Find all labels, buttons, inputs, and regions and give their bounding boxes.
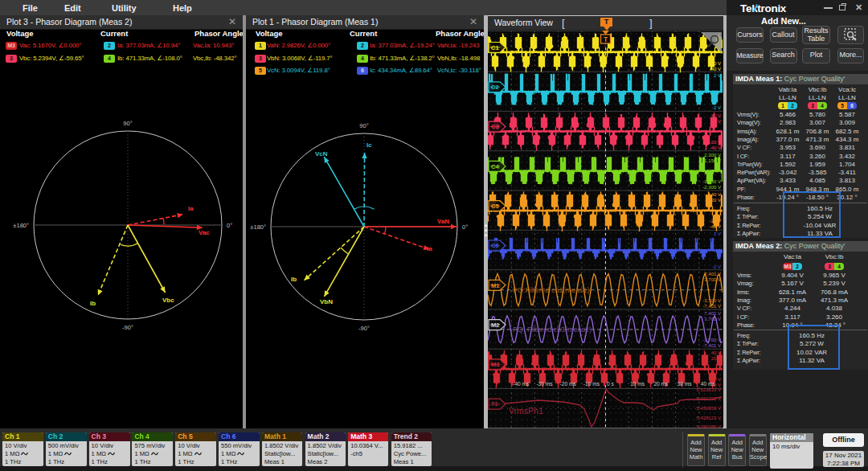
svg-text:-3,700 V: -3,700 V — [702, 298, 721, 303]
svg-text:10 ms: 10 ms — [630, 381, 645, 387]
svg-text:Ia: Ia — [427, 245, 432, 252]
svg-text:Ia: Ia — [188, 205, 194, 212]
svg-text:VcN: VcN — [315, 150, 328, 158]
svg-text:VaN: VaN — [437, 218, 449, 225]
svg-text:20 V: 20 V — [711, 198, 721, 203]
svg-text:5.459959 V: 5.459959 V — [696, 406, 721, 411]
svg-text:-40 V: -40 V — [710, 145, 721, 150]
svg-text:T: T — [604, 35, 608, 43]
svg-text:-40 V: -40 V — [710, 224, 721, 229]
svg-text:Vac: Vac — [199, 229, 210, 236]
svg-text:1,150 V: 1,150 V — [704, 158, 721, 163]
svg-text:-90°: -90° — [358, 325, 370, 332]
svg-text:-2 V: -2 V — [712, 105, 721, 110]
svg-text:3,700 V: 3,700 V — [704, 317, 721, 322]
svg-text:VrmsPh1: VrmsPh1 — [509, 406, 543, 416]
svg-text:-90°: -90° — [122, 324, 133, 331]
svg-text:40 ms: 40 ms — [701, 381, 716, 387]
svg-text:-7,401 V: -7,401 V — [702, 343, 721, 348]
svg-text:-20 ms: -20 ms — [560, 381, 577, 387]
svg-text:5.428123 V: 5.428123 V — [696, 416, 721, 420]
svg-text:7,401 V: 7,401 V — [704, 311, 721, 316]
svg-text:0°: 0° — [462, 223, 468, 231]
svg-text:20 V: 20 V — [711, 356, 721, 361]
svg-text:-1,150 V: -1,150 V — [702, 179, 721, 184]
svg-text:-40 V: -40 V — [710, 67, 721, 72]
svg-text:90°: 90° — [359, 122, 368, 129]
svg-text:Ib: Ib — [291, 276, 297, 283]
svg-text:VbN: VbN — [320, 298, 333, 305]
svg-text:30 ms: 30 ms — [678, 381, 693, 387]
svg-text:±180°: ±180° — [250, 223, 266, 231]
svg-text:-7,401 V: -7,401 V — [702, 304, 721, 309]
svg-text:-20 V: -20 V — [710, 61, 721, 66]
svg-text:2,300 V: 2,300 V — [704, 153, 721, 158]
svg-text:5.491796 V: 5.491796 V — [696, 396, 721, 401]
svg-text:2 V: 2 V — [714, 231, 721, 236]
svg-text:-30 ms: -30 ms — [536, 381, 553, 387]
svg-text:Vbc: Vbc — [162, 297, 174, 304]
svg-text:Ib: Ib — [90, 300, 96, 307]
svg-text:-2,300 V: -2,300 V — [702, 185, 721, 190]
svg-text:0°: 0° — [227, 222, 232, 229]
svg-text:-20 V: -20 V — [710, 219, 721, 223]
svg-text:0 s: 0 s — [607, 381, 614, 387]
svg-text:7,401 V: 7,401 V — [704, 272, 721, 276]
svg-text:Ic: Ic — [366, 141, 372, 149]
svg-text:-PQ:Filtered ch1(meas1)-: -PQ:Filtered ch1(meas1)- — [510, 286, 592, 294]
svg-text:-10 ms: -10 ms — [583, 381, 600, 387]
svg-text:20 V: 20 V — [711, 119, 721, 124]
svg-text:2 V: 2 V — [714, 73, 721, 78]
svg-text:90°: 90° — [123, 120, 132, 127]
svg-text:-3,700 V: -3,700 V — [702, 338, 721, 342]
svg-text:40 V: 40 V — [711, 192, 721, 197]
svg-text:5.523633 V: 5.523633 V — [696, 387, 721, 392]
svg-text:±180°: ±180° — [13, 222, 29, 229]
svg-text:-PQ: Filtered ch3(meas2)-: -PQ: Filtered ch3(meas2)- — [510, 326, 594, 334]
svg-text:-2 V: -2 V — [712, 264, 721, 269]
svg-text:-20 V: -20 V — [710, 140, 721, 145]
svg-text:20 ms: 20 ms — [653, 381, 669, 387]
svg-text:3,700 V: 3,700 V — [704, 277, 721, 282]
svg-text:-40 ms: -40 ms — [513, 381, 530, 387]
svg-text:40 V: 40 V — [711, 113, 721, 118]
svg-text:40 V: 40 V — [711, 350, 721, 355]
